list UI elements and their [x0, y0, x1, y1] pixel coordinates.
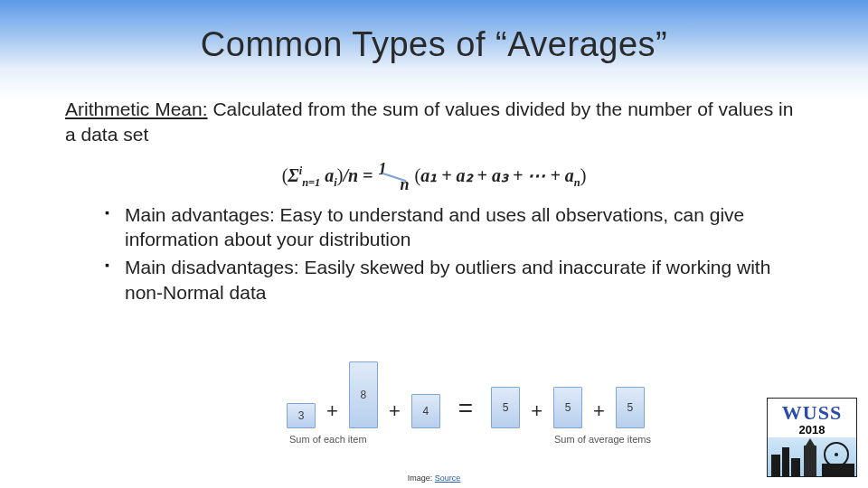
bar-left-1: 3 — [287, 403, 316, 428]
skyline-icon — [768, 436, 857, 476]
frac-den: n — [401, 175, 410, 194]
formula: (Σin=1 ai)/n = 1n (a₁ + a₂ + a₃ + ⋯ + an… — [65, 164, 803, 190]
svg-rect-1 — [782, 447, 789, 476]
content-area: Arithmetic Mean: Calculated from the sum… — [0, 64, 868, 305]
svg-rect-0 — [771, 455, 780, 476]
logo-year: 2018 — [768, 423, 856, 436]
caption-left: Sum of each item — [289, 434, 367, 445]
slide-title: Common Types of “Averages” — [0, 0, 868, 64]
wuss-logo: WUSS 2018 — [767, 398, 857, 477]
bar-right-2: 5 — [553, 387, 582, 428]
bullet-list: Main advantages: Easy to understand and … — [105, 202, 803, 305]
mean-illustration: 3 + 8 + 4 = 5 + 5 + 5 Sum of each item S… — [235, 354, 696, 463]
plus-icon: + — [383, 399, 406, 428]
sum-terms: a₁ + a₂ + a₃ + ⋯ + a — [420, 165, 574, 185]
svg-point-6 — [835, 453, 838, 456]
equals: = — [358, 165, 377, 185]
svg-rect-2 — [791, 458, 800, 476]
sigma-lower: n=1 — [302, 176, 320, 189]
plus-icon: + — [321, 399, 344, 428]
credit-prefix: Image: — [408, 474, 433, 483]
bar-left-2: 8 — [349, 361, 378, 428]
bar-row: 3 + 8 + 4 = 5 + 5 + 5 — [235, 354, 696, 428]
fraction-1-over-n: 1n — [379, 165, 410, 189]
illustration-captions: Sum of each item Sum of average items — [235, 434, 696, 445]
sigma: Σ — [288, 165, 298, 185]
section-heading: Arithmetic Mean: Calculated from the sum… — [65, 97, 803, 148]
bar-left-3: 4 — [411, 394, 440, 428]
caption-right: Sum of average items — [554, 434, 651, 445]
logo-text: WUSS — [768, 401, 856, 425]
paren-close-2: ) — [580, 165, 587, 185]
frac-num: 1 — [379, 160, 387, 179]
section-label: Arithmetic Mean: — [65, 99, 208, 119]
credit-link[interactable]: Source — [435, 474, 461, 483]
svg-rect-7 — [822, 464, 854, 476]
equals-icon: = — [446, 394, 486, 428]
plus-icon: + — [588, 399, 610, 428]
svg-rect-3 — [804, 446, 816, 476]
svg-marker-4 — [806, 438, 815, 446]
paren-open-2: ( — [410, 165, 421, 185]
bar-right-3: 5 — [616, 387, 645, 428]
last-sub: n — [574, 176, 580, 189]
var-a: a — [320, 165, 334, 185]
bullet-advantages: Main advantages: Easy to understand and … — [105, 202, 803, 252]
bullet-disadvantages: Main disadvantages: Easily skewed by out… — [105, 255, 803, 305]
divide-n: /n — [343, 165, 358, 185]
image-credit: Image: Source — [0, 474, 868, 483]
bar-right-1: 5 — [491, 387, 520, 428]
plus-icon: + — [525, 399, 548, 428]
